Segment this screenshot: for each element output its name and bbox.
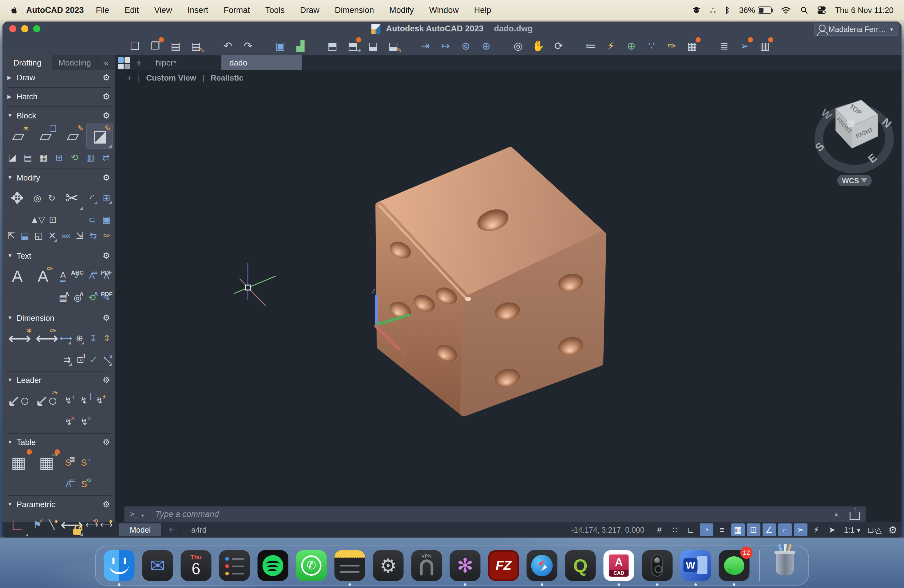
text-multiline-text-tool[interactable]: A bbox=[5, 264, 29, 289]
dock-filezilla-icon[interactable]: FZ bbox=[488, 550, 519, 581]
open-file-icon[interactable]: ❐ bbox=[147, 38, 163, 54]
viewport-view-label[interactable]: Custom View bbox=[146, 73, 196, 83]
section-header-block[interactable]: ▼Block⚙ bbox=[2, 109, 115, 122]
modify-copy-tool[interactable]: ◎ bbox=[31, 191, 44, 205]
point-style-icon[interactable]: ∵ bbox=[643, 38, 659, 54]
text-single-text-tool[interactable]: A bbox=[56, 269, 69, 283]
leader-add-leader-tool[interactable]: ↯+ bbox=[61, 394, 75, 408]
share-icon[interactable] bbox=[850, 512, 860, 520]
undo-icon[interactable]: ↶ bbox=[220, 38, 236, 54]
menu-item-tools[interactable]: Tools bbox=[258, 6, 292, 15]
import-icon[interactable]: ⇥ bbox=[417, 38, 433, 54]
menu-item-edit[interactable]: Edit bbox=[117, 6, 147, 15]
properties-icon[interactable]: ≔ bbox=[583, 38, 599, 54]
zoom-window-icon[interactable]: ◎ bbox=[510, 38, 526, 54]
dimension-center-mark-tool[interactable]: ⊕ bbox=[73, 331, 85, 345]
dock-safari-icon[interactable] bbox=[527, 550, 558, 581]
block-add-to-block-tool[interactable]: ⊞ bbox=[52, 150, 66, 164]
block-tag-tool[interactable]: ◪ bbox=[5, 150, 19, 164]
gear-icon[interactable]: ⚙ bbox=[103, 313, 110, 323]
doc-tab-hiper[interactable]: hiper* bbox=[148, 55, 221, 70]
tab-drafting[interactable]: Drafting bbox=[2, 55, 52, 70]
zoom-window-button[interactable] bbox=[33, 25, 40, 32]
text-text-update-tool[interactable]: ⟲A bbox=[85, 291, 98, 305]
command-history-arrow[interactable]: ▼ bbox=[140, 513, 145, 518]
drawing-viewport[interactable]: + | Custom View | Realistic bbox=[115, 70, 902, 522]
text-text-columns-tool[interactable]: A≔ bbox=[85, 269, 98, 283]
toggle-polar-tracking[interactable]: ◔ bbox=[700, 523, 713, 536]
share-view-icon[interactable]: ➢ bbox=[736, 38, 752, 54]
dock-whatsapp-icon[interactable]: ✆ bbox=[296, 550, 327, 581]
section-header-dimension[interactable]: ▼Dimension⚙ bbox=[2, 311, 115, 325]
block-block-editor-tool[interactable]: ▱✎ bbox=[60, 123, 85, 149]
layer-properties-icon[interactable]: ≣ bbox=[716, 38, 732, 54]
section-header-leader[interactable]: ▼Leader⚙ bbox=[2, 373, 115, 387]
bluetooth-icon[interactable]: ᛒ bbox=[725, 6, 730, 15]
block-manage-attributes-tool[interactable]: ▥ bbox=[83, 150, 97, 164]
toggle-object-snap[interactable]: ⌐ bbox=[778, 523, 792, 536]
block-insert-block-tool[interactable]: ▱❏ bbox=[32, 123, 58, 149]
leader-remove-leader-tool[interactable]: ↯✕ bbox=[61, 415, 75, 429]
leader-align-leaders-tool[interactable]: ↯▕ bbox=[77, 394, 91, 408]
leader-quick-leader-tool[interactable]: ↯⚡ bbox=[92, 394, 106, 408]
modify-rotate-tool[interactable]: ↻ bbox=[45, 191, 58, 205]
toggle-ortho[interactable]: ∟ bbox=[684, 523, 698, 536]
menu-item-format[interactable]: Format bbox=[216, 6, 258, 15]
table-update-data-link-tool[interactable]: S⟲ bbox=[77, 477, 91, 491]
command-expand-icon[interactable]: ▲ bbox=[833, 511, 839, 518]
save-as-icon[interactable]: ▤✎ bbox=[188, 38, 204, 54]
model-tab[interactable]: Model bbox=[119, 523, 161, 536]
parametric-show-constraints-tool[interactable]: ⟷● bbox=[100, 518, 112, 532]
parametric-infer-constraints-tool[interactable]: ╲● bbox=[45, 518, 58, 532]
attach-icon[interactable]: ⊚ bbox=[458, 38, 474, 54]
battery-indicator[interactable]: 36% bbox=[739, 6, 772, 15]
dimension-linear-dimension-tool[interactable]: ⟷ bbox=[59, 331, 72, 345]
gear-icon[interactable]: ⚙ bbox=[103, 73, 110, 82]
page-setup-icon[interactable]: ⬓✎ bbox=[385, 38, 401, 54]
dock-word-icon[interactable]: W bbox=[680, 550, 711, 581]
parametric-auto-constrain-tool[interactable]: ⚑⚡ bbox=[31, 518, 44, 532]
print-icon[interactable]: ⬒ bbox=[324, 38, 340, 54]
hatch-icon[interactable]: ▦ bbox=[684, 38, 700, 54]
table-data-link-tool[interactable]: S▦ bbox=[61, 455, 75, 469]
section-header-hatch[interactable]: ▶Hatch⚙ bbox=[2, 90, 115, 103]
tab-modeling[interactable]: Modeling bbox=[52, 55, 97, 70]
redo-icon[interactable]: ↷ bbox=[240, 38, 256, 54]
table-field-tool[interactable]: A≔ bbox=[61, 477, 75, 491]
text-text-align-tool[interactable]: ▤A bbox=[56, 291, 69, 305]
dimension-thickness-dimension-tool[interactable]: ⇳ bbox=[101, 331, 112, 345]
dock-notes-icon[interactable] bbox=[335, 550, 365, 581]
dice-model[interactable] bbox=[375, 145, 609, 421]
dock-finder-icon[interactable] bbox=[104, 550, 135, 581]
gear-icon[interactable]: ⚙ bbox=[103, 437, 110, 447]
batch-plot-icon[interactable]: ⬓ bbox=[365, 38, 381, 54]
control-center-icon[interactable] bbox=[817, 6, 826, 14]
text-text-style-tool[interactable]: A✑ bbox=[31, 264, 55, 289]
export-icon[interactable]: ↦ bbox=[438, 38, 454, 54]
dock-vpn-icon[interactable]: VPN bbox=[411, 550, 442, 581]
section-header-table[interactable]: ▼Table⚙ bbox=[2, 435, 115, 449]
toggle-isodraft[interactable]: ∠ bbox=[763, 523, 776, 536]
block-edit-attribute-tool[interactable]: ◪✎ bbox=[87, 123, 112, 149]
text-find-text-tool[interactable]: ◎A bbox=[71, 291, 84, 305]
modify-align-tool[interactable]: ⇲ bbox=[73, 229, 85, 243]
leader-multileader-style-tool[interactable]: ↙○✑ bbox=[33, 388, 59, 413]
new-drawing-tab-button[interactable]: + bbox=[130, 55, 148, 70]
block-create-block-tool[interactable]: ▱✶ bbox=[5, 123, 31, 149]
wifi-icon[interactable] bbox=[781, 6, 791, 14]
modify-fillet-tool[interactable]: ◜ bbox=[85, 191, 98, 205]
modify-stretch-tool[interactable]: ⇱ bbox=[5, 229, 17, 243]
gear-icon[interactable]: ⚙ bbox=[103, 251, 110, 261]
dock-qgis-icon[interactable]: Q bbox=[565, 550, 596, 581]
gear-icon[interactable]: ⚙ bbox=[103, 499, 110, 509]
dock-settings-icon[interactable]: ⚙ bbox=[373, 550, 404, 581]
dimension-dimension-style-tool[interactable]: ⟷✑ bbox=[35, 326, 58, 351]
menu-dots-icon[interactable]: ∴ bbox=[710, 5, 716, 16]
quick-select-icon[interactable]: ⚡ bbox=[603, 38, 619, 54]
section-header-text[interactable]: ▼Text⚙ bbox=[2, 249, 115, 262]
dock-calendar-icon[interactable]: Thu6 bbox=[181, 550, 212, 581]
command-input-placeholder[interactable]: Type a command bbox=[155, 510, 219, 519]
count-icon[interactable]: ▥ bbox=[757, 38, 773, 54]
shape-tool-icon[interactable]: ▟ bbox=[292, 38, 308, 54]
viewport-controls-menu[interactable]: + bbox=[127, 73, 131, 83]
